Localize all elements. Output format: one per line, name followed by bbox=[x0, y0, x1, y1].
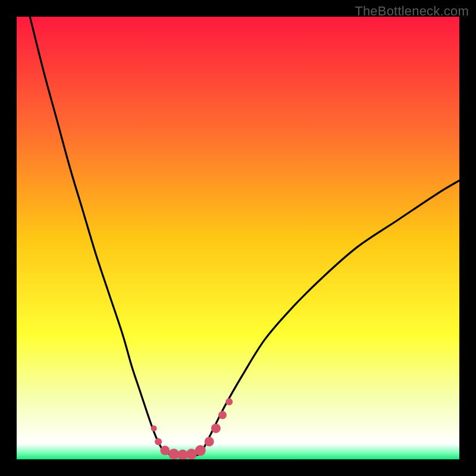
gradient-background bbox=[17, 17, 459, 459]
valley-marker bbox=[195, 445, 206, 456]
valley-marker bbox=[160, 446, 170, 455]
valley-marker bbox=[205, 437, 214, 446]
chart-frame: TheBottleneck.com bbox=[0, 0, 476, 476]
watermark-text: TheBottleneck.com bbox=[355, 4, 469, 19]
valley-marker bbox=[226, 398, 233, 405]
bottleneck-chart bbox=[0, 0, 476, 476]
valley-marker bbox=[155, 438, 162, 445]
valley-marker bbox=[151, 425, 157, 431]
valley-marker bbox=[218, 411, 227, 419]
valley-marker bbox=[211, 424, 221, 433]
